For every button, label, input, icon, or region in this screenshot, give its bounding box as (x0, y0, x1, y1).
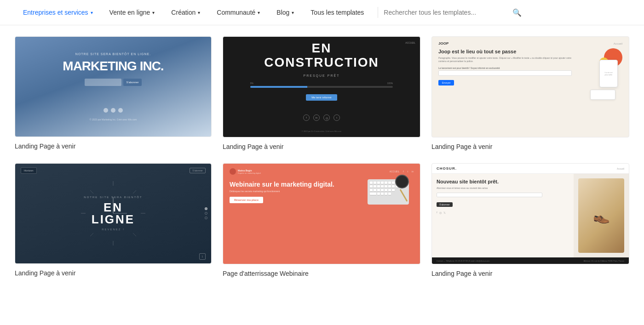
search-icon[interactable]: 🔍 (512, 8, 522, 17)
template-card-2[interactable]: ACCUEIL ENCONSTRUCTION PRESQUE PRÊT 0% 1… (223, 36, 420, 150)
svg-line-4 (90, 190, 93, 194)
chevron-down-icon: ▾ (198, 10, 200, 15)
svg-line-7 (133, 233, 136, 236)
template-thumbnail-5: Maéva Begin Experte en marketing digital… (223, 163, 420, 264)
svg-line-5 (133, 190, 136, 194)
templates-grid: NOTRE SITE SERA BIENTÔT EN LIGNE. MARKET… (15, 36, 629, 277)
nav-item-entreprises[interactable]: Entreprises et services ▾ (15, 0, 101, 25)
template-thumbnail-4: Horizon S'abonner (15, 163, 212, 264)
chevron-down-icon: ▾ (292, 10, 294, 15)
template-title-2: Landing Page à venir (223, 143, 420, 150)
nav-label-entreprises: Entreprises et services (23, 9, 88, 16)
chevron-down-icon: ▾ (258, 10, 260, 15)
template-card-1[interactable]: NOTRE SITE SERA BIENTÔT EN LIGNE. MARKET… (15, 36, 212, 150)
template-card-5[interactable]: Maéva Begin Experte en marketing digital… (223, 163, 420, 277)
nav-item-vente[interactable]: Vente en ligne ▾ (101, 0, 163, 25)
template-thumbnail-1: NOTRE SITE SERA BIENTÔT EN LIGNE. MARKET… (15, 36, 212, 137)
nav-label-creation: Création (171, 9, 196, 16)
template-title-6: Landing Page à venir (431, 270, 629, 277)
svg-line-6 (90, 233, 93, 236)
template-title-3: Landing Page à venir (431, 143, 629, 150)
template-title-1: Landing Page à venir (15, 143, 212, 150)
template-title-4: Landing Page à venir (15, 269, 212, 277)
nav-label-communaute: Communauté (217, 9, 255, 16)
template-thumbnail-3: JOOP Accueil Joop est le lieu où tout se… (431, 36, 629, 137)
navbar: Entreprises et services ▾ Vente en ligne… (0, 0, 644, 25)
nav-item-blog[interactable]: Blog ▾ (268, 0, 302, 25)
template-card-3[interactable]: JOOP Accueil Joop est le lieu où tout se… (431, 36, 629, 150)
template-thumbnail-2: ACCUEIL ENCONSTRUCTION PRESQUE PRÊT 0% 1… (223, 36, 420, 137)
nav-item-communaute[interactable]: Communauté ▾ (208, 0, 268, 25)
nav-label-blog: Blog (276, 9, 289, 16)
nav-label-vente: Vente en ligne (109, 9, 150, 16)
search-input[interactable] (384, 9, 508, 16)
nav-item-creation[interactable]: Création ▾ (163, 0, 208, 25)
search-area: 🔍 (384, 8, 522, 17)
template-card-4[interactable]: Horizon S'abonner (15, 163, 212, 277)
template-title-5: Page d'atterrissage Webinaire (223, 270, 420, 277)
template-card-6[interactable]: CHOSUR. Accueil Nouveau site bientôt prê… (431, 163, 629, 277)
template-thumbnail-6: CHOSUR. Accueil Nouveau site bientôt prê… (431, 163, 629, 264)
chevron-down-icon: ▾ (152, 10, 155, 15)
chevron-down-icon: ▾ (91, 10, 93, 15)
nav-divider (378, 7, 378, 18)
nav-all-templates[interactable]: Tous les templates (302, 9, 372, 16)
main-content: NOTRE SITE SERA BIENTÔT EN LIGNE. MARKET… (0, 25, 644, 292)
